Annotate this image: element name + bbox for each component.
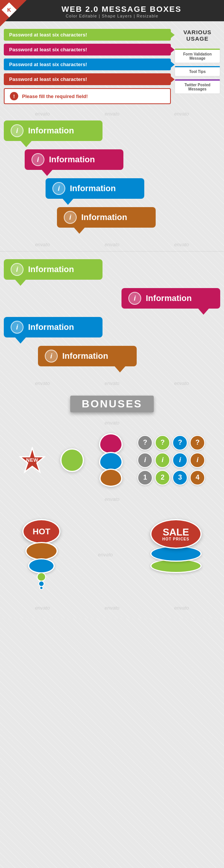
hot-sale-section: HOT envato SALE HOT PRICES <box>0 512 224 601</box>
blob-cluster <box>99 433 123 487</box>
bubble-row-green1: i Information <box>4 120 220 141</box>
bubble-pink2-text: Information <box>146 293 192 303</box>
page-title: WEB 2.0 MESSAGE BOXES <box>0 5 224 14</box>
speech-bubble-group1: i Information i Information i Informatio… <box>0 117 224 240</box>
bubble-green1-arrow <box>21 141 32 147</box>
error-text: Please fill the required field! <box>22 93 88 99</box>
tooltip-blue: Password at least six characters! <box>4 59 171 70</box>
watermark-hot-sale: envato <box>98 552 113 558</box>
sale-sub-text: HOT PRICES <box>162 537 189 541</box>
bubble-blue2-text: Information <box>28 322 74 332</box>
bubble-pink2-arrow <box>198 309 209 315</box>
bubble-row-green2: i Information <box>4 259 220 280</box>
circle-i-gray: i <box>137 453 153 468</box>
info-icon-orange1: i <box>64 211 77 224</box>
watermark-bonuses2: envato <box>4 496 220 502</box>
circle-i-orange: i <box>190 453 205 468</box>
bubble-green2: i Information <box>4 259 103 280</box>
bubble-blue2-arrow <box>15 337 26 344</box>
watermark-bonuses: envato <box>4 420 220 426</box>
tooltip-green-text: Password at least six characters! <box>9 32 87 38</box>
info-icon-blue2: i <box>11 321 24 334</box>
bubble-blue1-arrow <box>63 199 73 205</box>
page-header: K WEB 2.0 MESSAGE BOXES Color Editable |… <box>0 0 224 21</box>
bubble-orange2: i Information <box>38 346 137 366</box>
circle-4-orange: 4 <box>190 470 205 485</box>
bubble-green2-text: Information <box>28 265 74 274</box>
blob-pink <box>99 433 123 454</box>
error-box: ! Please fill the required field! <box>4 88 171 104</box>
hot-dot1 <box>37 572 46 581</box>
sale-label-text: SALE <box>162 527 189 537</box>
usage-twitter: Twitter Posted Messages <box>175 79 220 94</box>
usage-column: VARIOUS USAGE Form Validation Message To… <box>175 29 220 107</box>
blob-blue-cluster <box>99 452 123 471</box>
info-icon-green1: i <box>11 124 24 137</box>
bubble-row-orange2: i Information <box>38 346 220 366</box>
blob-orange-cluster <box>99 469 122 487</box>
usage-form-validation: Form Validation Message <box>175 49 220 63</box>
bubble-green1: i Information <box>4 120 103 141</box>
bubble-row-blue1: i Information <box>46 178 220 199</box>
header-k-badge: K <box>7 7 11 13</box>
bubble-orange1: i Information <box>57 207 156 228</box>
circle-2-green: 2 <box>155 470 170 485</box>
circle-q-blue: ? <box>172 435 188 450</box>
bubble-pink1-text: Information <box>49 155 95 165</box>
watermark-row1: envatoenvatoenvato <box>0 111 224 117</box>
info-icon-pink2: i <box>128 292 141 305</box>
circle-q-orange: ? <box>190 435 205 450</box>
info-icon-pink1: i <box>32 153 44 166</box>
usage-tooltips: Tool Tips <box>175 66 220 76</box>
bubble-orange1-text: Information <box>81 212 127 222</box>
starburst-new: NEW <box>19 447 46 474</box>
bubble-row-orange1: i Information <box>57 207 220 228</box>
circles-grid: ? ? ? ? i i i i 1 2 3 4 <box>137 435 205 485</box>
circle-i-green: i <box>155 453 170 468</box>
usage-title: VARIOUS USAGE <box>175 29 220 42</box>
circle-q-gray: ? <box>137 435 153 450</box>
hot-bubble1 <box>25 542 58 560</box>
page-subtitle: Color Editable | Shape Layers | Resizabl… <box>0 14 224 18</box>
hot-dot3 <box>39 586 43 590</box>
hot-label: HOT <box>22 519 60 544</box>
bubble-orange2-arrow <box>115 366 125 372</box>
bubble-blue2: i Information <box>4 317 103 337</box>
starburst-new-label: NEW <box>26 457 38 463</box>
info-icon-green2: i <box>11 263 24 276</box>
tooltip-green: Password at least six characters! <box>4 29 171 41</box>
tooltip-list: envato Password at least six characters!… <box>4 29 171 107</box>
bubble-green2-arrow <box>15 280 26 286</box>
bubble-row-pink2: i Information <box>38 288 220 309</box>
bubble-blue1-text: Information <box>70 184 116 193</box>
hot-bubble2 <box>28 558 55 573</box>
bubble-pink2: i Information <box>121 288 220 309</box>
tooltip-pink-text: Password at least six characters! <box>9 47 87 52</box>
info-icon-orange2: i <box>45 350 58 363</box>
sale-label: SALE HOT PRICES <box>150 519 202 549</box>
bubble-pink1: i Information <box>25 149 123 170</box>
blob-green <box>60 448 84 472</box>
error-icon: ! <box>10 92 18 100</box>
bubble-row-pink1: i Information <box>25 149 220 170</box>
bubble-row-blue2: i Information <box>4 317 220 337</box>
watermark-row3: envatoenvatoenvato <box>0 380 224 386</box>
bubble-green1-text: Information <box>28 126 74 136</box>
hot-column: HOT <box>22 519 60 590</box>
tooltips-section: envato Password at least six characters!… <box>0 21 224 111</box>
watermark-bottom: envatoenvatoenvato <box>0 601 224 618</box>
tooltip-blue-text: Password at least six characters! <box>9 62 87 67</box>
circle-3-blue: 3 <box>172 470 188 485</box>
circle-i-blue: i <box>172 453 188 468</box>
bubble-pink1-arrow <box>42 170 52 176</box>
tooltip-orange-text: Password at least six characters! <box>9 76 87 82</box>
circle-q-green: ? <box>155 435 170 450</box>
bubble-orange2-text: Information <box>62 351 108 361</box>
tooltip-pink: Password at least six characters! <box>4 44 171 55</box>
sale-column: SALE HOT PRICES <box>150 519 202 573</box>
bubble-blue1: i Information <box>46 178 144 199</box>
speech-bubble-group2: i Information i Information i Informatio… <box>0 255 224 379</box>
blobs-row: NEW ? ? ? ? i i i i 1 2 3 4 <box>4 429 220 491</box>
watermark-row2: envatoenvatoenvato <box>0 242 224 247</box>
bonuses-section: BONUSES envato NEW ? ? ? ? i i <box>0 388 224 512</box>
